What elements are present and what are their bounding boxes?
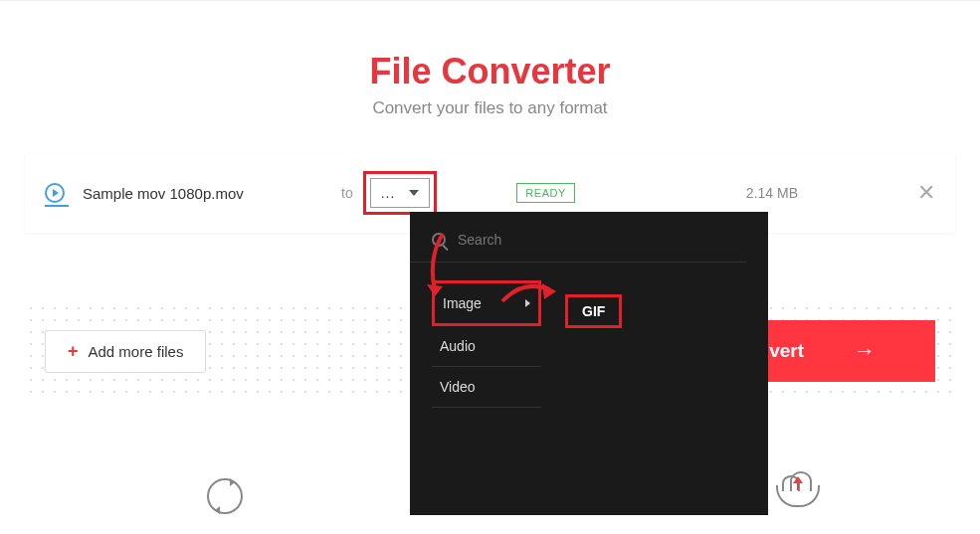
category-audio[interactable]: Audio: [432, 326, 541, 367]
play-icon[interactable]: [45, 183, 65, 203]
category-label: Video: [440, 379, 476, 395]
category-label: Audio: [440, 338, 476, 354]
arrow-right-icon: →: [854, 338, 876, 364]
category-video[interactable]: Video: [432, 367, 541, 408]
format-option-gif[interactable]: GIF: [565, 294, 622, 328]
chevron-down-icon: [409, 190, 419, 196]
search-input[interactable]: [458, 232, 632, 248]
feature-cloud: in the cloud: [758, 474, 840, 534]
status-badge: READY: [516, 183, 574, 203]
file-size: 2.14 MB: [746, 185, 798, 201]
annotation-arrow-icon: [413, 229, 453, 303]
feature-formats: 300+ formats supported: [141, 474, 309, 534]
format-highlight: ...: [363, 171, 438, 215]
add-more-label: Add more files: [89, 343, 184, 360]
cloud-icon: [776, 474, 820, 518]
close-icon[interactable]: ✕: [917, 180, 935, 206]
add-more-button[interactable]: + Add more files: [45, 330, 206, 373]
to-label: to: [341, 185, 353, 201]
plus-icon: +: [68, 341, 79, 362]
page-title: File Converter: [0, 51, 980, 92]
refresh-icon: [207, 478, 243, 514]
format-dropdown: Image Audio Video: [410, 212, 768, 515]
page-subtitle: Convert your files to any format: [0, 98, 980, 118]
format-placeholder: ...: [381, 185, 396, 201]
format-select[interactable]: ...: [370, 178, 431, 208]
annotation-arrow-icon: [494, 271, 562, 309]
filename: Sample mov 1080p.mov: [83, 185, 341, 202]
